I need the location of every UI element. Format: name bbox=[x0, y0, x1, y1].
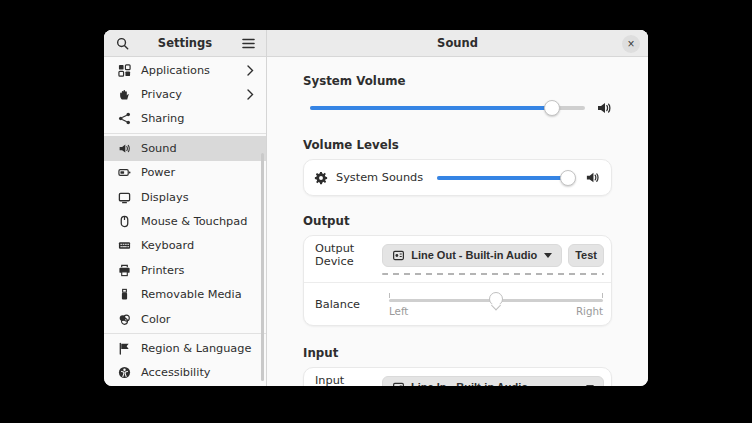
sidebar-item-label: Accessibility bbox=[141, 366, 256, 379]
color-icon bbox=[117, 312, 132, 327]
usb-drive-icon bbox=[117, 287, 132, 302]
sidebar-item-sharing[interactable]: Sharing bbox=[104, 107, 266, 131]
input-device-label: Input Device bbox=[315, 374, 382, 386]
sidebar-headerbar: Settings bbox=[104, 30, 266, 57]
sidebar-item-printers[interactable]: Printers bbox=[104, 258, 266, 282]
search-icon bbox=[116, 37, 129, 50]
volume-levels-heading: Volume Levels bbox=[303, 138, 648, 152]
settings-window: Settings Applications bbox=[104, 30, 648, 386]
sidebar-item-region-language[interactable]: Region & Language bbox=[104, 336, 266, 360]
chevron-right-icon bbox=[247, 89, 256, 100]
main-headerbar: Sound × bbox=[267, 30, 648, 57]
hamburger-menu-icon bbox=[242, 38, 255, 49]
sidebar-item-label: Applications bbox=[141, 64, 247, 77]
sidebar-item-mouse-touchpad[interactable]: Mouse & Touchpad bbox=[104, 209, 266, 233]
sidebar-item-power[interactable]: Power bbox=[104, 161, 266, 185]
sidebar-item-label: Keyboard bbox=[141, 239, 256, 252]
tick-mark bbox=[389, 293, 390, 298]
flag-icon bbox=[117, 341, 132, 356]
system-sounds-slider[interactable] bbox=[437, 176, 575, 180]
sidebar-item-label: Printers bbox=[141, 264, 256, 277]
test-button[interactable]: Test bbox=[568, 244, 604, 267]
sidebar-item-label: Power bbox=[141, 166, 256, 179]
sidebar-item-sound[interactable]: Sound bbox=[104, 136, 266, 160]
battery-icon bbox=[117, 165, 132, 180]
menu-button[interactable] bbox=[239, 34, 257, 52]
sidebar-item-label: Sound bbox=[141, 142, 256, 155]
monitor-icon bbox=[117, 190, 132, 205]
balance-slider[interactable]: Left Right bbox=[389, 287, 603, 321]
sidebar-title: Settings bbox=[131, 36, 239, 50]
share-icon bbox=[117, 111, 132, 126]
output-device-row: Output Device Line Out - Built-in Audio bbox=[304, 236, 611, 282]
sound-panel: Sound × System Volume Volume Levels bbox=[267, 30, 648, 386]
output-device-value: Line Out - Built-in Audio bbox=[411, 249, 538, 261]
balance-right-label: Right bbox=[576, 305, 603, 317]
sidebar-item-label: Displays bbox=[141, 191, 256, 204]
slider-handle[interactable] bbox=[560, 170, 576, 186]
slider-fill bbox=[437, 176, 568, 180]
system-volume-slider[interactable] bbox=[310, 106, 585, 110]
system-volume-row bbox=[303, 99, 612, 117]
balance-label: Balance bbox=[315, 298, 389, 311]
system-sounds-row: System Sounds bbox=[304, 160, 611, 195]
balance-handle[interactable] bbox=[489, 292, 503, 306]
sidebar-item-displays[interactable]: Displays bbox=[104, 185, 266, 209]
chevron-down-icon bbox=[586, 385, 594, 387]
system-volume-heading: System Volume bbox=[303, 74, 648, 88]
speaker-volume-icon bbox=[585, 170, 601, 186]
speaker-icon bbox=[117, 141, 132, 156]
sidebar-item-privacy[interactable]: Privacy bbox=[104, 82, 266, 106]
mouse-icon bbox=[117, 214, 132, 229]
sidebar-item-label: Region & Language bbox=[141, 342, 256, 355]
close-button[interactable]: × bbox=[622, 35, 640, 53]
audio-card-icon bbox=[392, 249, 405, 262]
sidebar-item-label: Privacy bbox=[141, 88, 247, 101]
gear-icon bbox=[314, 171, 328, 185]
printer-icon bbox=[117, 263, 132, 278]
sidebar-item-accessibility[interactable]: Accessibility bbox=[104, 361, 266, 385]
search-button[interactable] bbox=[113, 34, 131, 52]
input-device-row: Input Device Line In - Built-in Audio bbox=[304, 368, 611, 386]
audio-card-icon bbox=[392, 381, 405, 387]
output-level-meter bbox=[382, 273, 604, 275]
input-device-dropdown[interactable]: Line In - Built-in Audio bbox=[382, 376, 604, 387]
input-card: Input Device Line In - Built-in Audio bbox=[303, 367, 612, 386]
slider-handle[interactable] bbox=[544, 100, 560, 116]
sidebar: Settings Applications bbox=[104, 30, 267, 386]
sidebar-item-keyboard[interactable]: Keyboard bbox=[104, 234, 266, 258]
sidebar-item-label: Sharing bbox=[141, 112, 256, 125]
balance-left-label: Left bbox=[389, 305, 408, 317]
sidebar-scrollbar[interactable] bbox=[261, 153, 264, 381]
chevron-down-icon bbox=[544, 253, 552, 258]
sidebar-item-label: Color bbox=[141, 313, 256, 326]
system-sounds-label: System Sounds bbox=[336, 171, 423, 184]
sidebar-item-label: Mouse & Touchpad bbox=[141, 215, 256, 228]
output-heading: Output bbox=[303, 214, 648, 228]
output-card: Output Device Line Out - Built-in Audio bbox=[303, 235, 612, 326]
chevron-right-icon bbox=[247, 65, 256, 76]
accessibility-icon bbox=[117, 365, 132, 380]
sound-settings-content: System Volume Volume Levels bbox=[267, 57, 648, 386]
slider-fill bbox=[310, 106, 552, 110]
output-device-label: Output Device bbox=[315, 242, 382, 268]
sidebar-list: Applications Privacy bbox=[104, 57, 266, 386]
sidebar-item-color[interactable]: Color bbox=[104, 307, 266, 331]
sidebar-separator bbox=[104, 133, 266, 134]
desktop-background: Settings Applications bbox=[0, 0, 752, 423]
sidebar-separator bbox=[104, 333, 266, 334]
volume-levels-card: System Sounds bbox=[303, 159, 612, 196]
output-device-dropdown[interactable]: Line Out - Built-in Audio bbox=[382, 244, 562, 267]
tick-mark bbox=[602, 293, 603, 298]
input-device-value: Line In - Built-in Audio bbox=[411, 381, 580, 386]
input-heading: Input bbox=[303, 346, 648, 360]
sidebar-item-label: Removable Media bbox=[141, 288, 256, 301]
page-title: Sound bbox=[275, 36, 640, 50]
speaker-volume-icon bbox=[596, 100, 612, 116]
apps-grid-icon bbox=[117, 63, 132, 78]
keyboard-icon bbox=[117, 238, 132, 253]
sidebar-item-removable-media[interactable]: Removable Media bbox=[104, 283, 266, 307]
sidebar-item-applications[interactable]: Applications bbox=[104, 58, 266, 82]
balance-row: Balance Left Right bbox=[304, 283, 611, 325]
hand-icon bbox=[117, 87, 132, 102]
